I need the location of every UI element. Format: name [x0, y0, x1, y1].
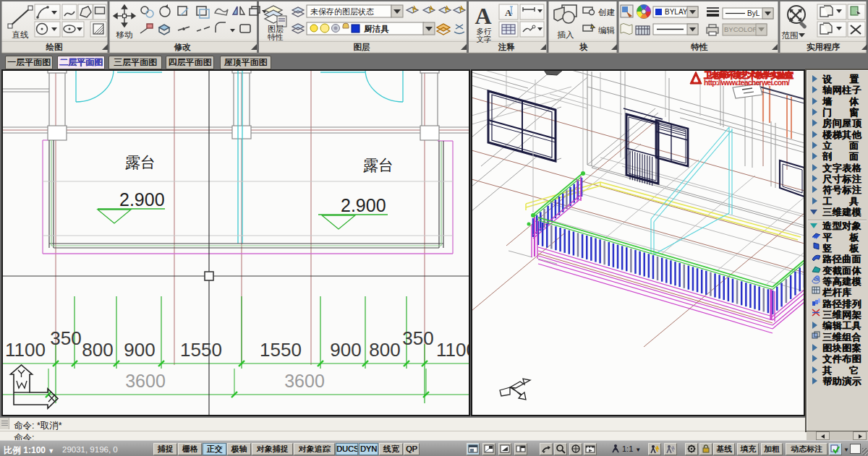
svg-text:直线: 直线 [12, 30, 30, 39]
svg-text:1550: 1550 [180, 339, 222, 361]
svg-text:1100: 1100 [5, 339, 46, 361]
svg-text:2.900: 2.900 [119, 189, 165, 210]
svg-text:900: 900 [124, 339, 155, 361]
svg-text:1100: 1100 [436, 339, 470, 361]
svg-text:特性: 特性 [267, 33, 284, 41]
svg-text:编辑: 编辑 [598, 26, 616, 35]
svg-text:露台: 露台 [363, 157, 393, 173]
svg-text:厨洁具: 厨洁具 [363, 25, 389, 34]
svg-text:350: 350 [402, 327, 433, 349]
svg-text:A: A [475, 3, 491, 29]
svg-text:800: 800 [82, 339, 113, 361]
svg-text:绘图: 绘图 [46, 43, 63, 51]
svg-text:特性: 特性 [691, 43, 709, 51]
svg-text:露台: 露台 [125, 154, 156, 171]
svg-text:BYCOLOR: BYCOLOR [724, 25, 758, 33]
svg-text:800: 800 [369, 339, 400, 361]
svg-text:900: 900 [330, 339, 361, 361]
svg-text:1550: 1550 [260, 339, 302, 361]
svg-text:创建: 创建 [598, 8, 615, 17]
svg-text:注释: 注释 [498, 42, 516, 51]
svg-text:350: 350 [50, 327, 81, 349]
svg-text:范围: 范围 [782, 31, 799, 40]
svg-text:ByL: ByL [747, 9, 760, 17]
svg-text:块: 块 [579, 43, 588, 51]
svg-text:插入: 插入 [558, 30, 575, 39]
svg-text:移动: 移动 [116, 30, 133, 39]
svg-text:修改: 修改 [174, 43, 192, 52]
svg-text:文字: 文字 [477, 35, 492, 43]
svg-text:图层: 图层 [354, 43, 371, 51]
svg-text:2.900: 2.900 [341, 195, 386, 215]
svg-text:3600: 3600 [125, 371, 166, 391]
svg-text:实用程序: 实用程序 [807, 42, 841, 51]
svg-text:未保存的图层状态: 未保存的图层状态 [310, 7, 374, 16]
svg-text:http://www.teacherwei.com/: http://www.teacherwei.com/ [704, 78, 790, 87]
svg-text:3600: 3600 [284, 371, 325, 391]
